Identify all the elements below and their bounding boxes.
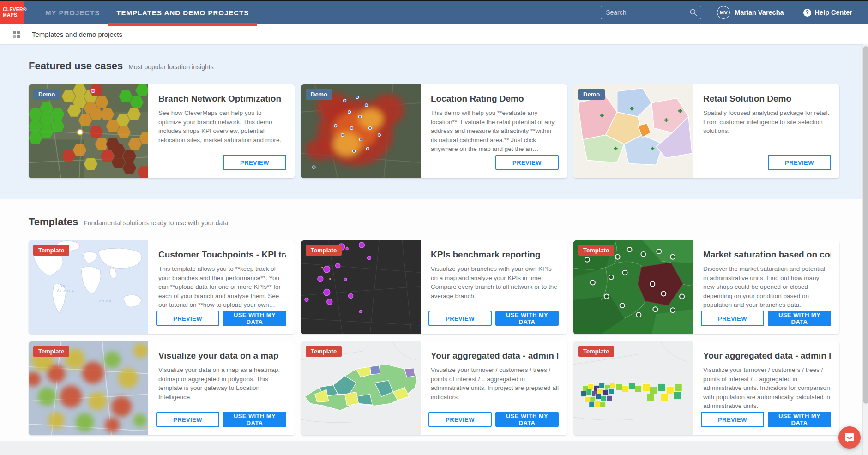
card-description: Visualize your data on a map as a heatma… (158, 365, 286, 401)
card-title: Retail Solution Demo (703, 94, 831, 104)
templates-title: Templates (29, 216, 78, 228)
avatar: MV (717, 6, 730, 19)
demo-badge: Demo (306, 89, 332, 100)
retail-solution-thumbnail[interactable]: Demo (573, 84, 693, 178)
user-name: Marian Varecha (735, 9, 784, 16)
top-nav: CLEVER® MAPS. MY PROJECTS TEMPLATES AND … (0, 1, 868, 24)
card-visualize-your-data: Template Visualize your data on a map Vi… (29, 341, 295, 435)
help-icon: ? (803, 9, 811, 17)
branch-network-thumbnail[interactable]: Demo (29, 84, 148, 178)
preview-button[interactable]: PREVIEW (495, 155, 559, 170)
card-description: Visualize your turnover / customers / tr… (703, 365, 831, 411)
card-kpis-benchmark-reporting: · Template KPIs benchmark reporting Visu… (301, 240, 567, 334)
tab-my-projects[interactable]: MY PROJECTS (37, 1, 108, 24)
card-title: Location Rating Demo (431, 94, 559, 104)
demo-badge: Demo (578, 89, 605, 100)
use-with-my-data-button[interactable]: USE WITH MY DATA (495, 311, 559, 326)
divider (29, 234, 839, 234)
user-menu[interactable]: MV Marian Varecha (717, 6, 784, 19)
card-description: Visualize your turnover / customers / tr… (431, 365, 559, 401)
card-description: This template allows you to **keep track… (158, 264, 286, 310)
use-with-my-data-button[interactable]: USE WITH MY DATA (223, 412, 286, 427)
template-badge: Template (578, 245, 614, 256)
chat-bubble-icon (844, 432, 855, 443)
card-title: Your aggregated data - admin leve… (431, 351, 559, 361)
card-description: This demo will help you **evaluate any l… (431, 108, 559, 154)
card-description: See how CleverMaps can help you to optim… (158, 108, 286, 144)
heatmap-thumbnail[interactable]: Template (29, 341, 148, 435)
help-label: Help Center (815, 9, 852, 16)
preview-button[interactable]: PREVIEW (428, 311, 492, 326)
divider (29, 78, 839, 78)
card-title: Customer Touchpoints - KPI tracki… (158, 250, 286, 260)
featured-title: Featured use cases (29, 60, 123, 72)
card-retail-solution-demo: Demo Retail Solution Demo Spatially focu… (573, 84, 839, 178)
card-market-saturation: Template Market saturation based on cond… (573, 240, 839, 334)
card-branch-network-optimization: Demo Branch Network Optimization See how… (29, 84, 295, 178)
market-saturation-thumbnail[interactable]: Template (573, 240, 693, 334)
demo-badge: Demo (33, 89, 60, 100)
templates-subtitle: Fundamental solutions ready to use with … (84, 219, 228, 227)
card-description: Discover the market saturation and poten… (703, 264, 831, 310)
card-location-rating-demo: Demo Location Rating Demo This demo will… (301, 84, 567, 178)
main-tabs: MY PROJECTS TEMPLATES AND DEMO PROJECTS (37, 1, 257, 24)
logo-line2: MAPS. (3, 12, 24, 18)
template-badge: Template (33, 245, 69, 256)
chat-button[interactable] (838, 426, 861, 449)
scrollbar-thumb[interactable] (863, 46, 868, 404)
preview-button[interactable]: PREVIEW (768, 155, 831, 170)
card-aggregated-data-admin-level-2: Template Your aggregated data - admin le… (573, 341, 839, 435)
template-badge: Template (306, 346, 342, 357)
search-input[interactable] (606, 9, 690, 16)
location-rating-thumbnail[interactable]: Demo (301, 84, 421, 178)
clevermaps-logo[interactable]: CLEVER® MAPS. (0, 1, 24, 24)
featured-subtitle: Most popular location insights (128, 63, 213, 71)
card-title: Market saturation based on condit… (703, 250, 831, 260)
preview-button[interactable]: PREVIEW (701, 311, 764, 326)
template-cards: N o r t hA t l a n t i cI n d i a n Temp… (29, 240, 839, 435)
preview-button[interactable]: PREVIEW (223, 155, 286, 170)
search-box[interactable] (601, 6, 701, 19)
use-with-my-data-button[interactable]: USE WITH MY DATA (495, 412, 559, 427)
card-aggregated-data-admin-level-1: Template Your aggregated data - admin le… (301, 341, 567, 435)
breadcrumb: Templates and demo projects (32, 30, 122, 38)
svg-text:I n d i a n: I n d i a n (97, 299, 111, 303)
templates-section: Templates Fundamental solutions ready to… (0, 199, 868, 441)
use-with-my-data-button[interactable]: USE WITH MY DATA (768, 412, 831, 427)
help-center-link[interactable]: ? Help Center (803, 9, 852, 17)
card-title: Your aggregated data - admin leve… (703, 351, 831, 361)
search-icon (690, 9, 697, 16)
kpi-benchmark-thumbnail[interactable]: · Template (301, 240, 421, 334)
preview-button[interactable]: PREVIEW (156, 412, 219, 427)
svg-text:N o r t h: N o r t h (60, 284, 72, 287)
template-badge: Template (306, 245, 342, 256)
card-customer-touchpoints: N o r t hA t l a n t i cI n d i a n Temp… (29, 240, 295, 334)
use-with-my-data-button[interactable]: USE WITH MY DATA (768, 311, 831, 326)
template-badge: Template (33, 346, 69, 357)
preview-button[interactable]: PREVIEW (428, 412, 492, 427)
preview-button[interactable]: PREVIEW (701, 412, 764, 427)
featured-use-cases-section: Featured use cases Most popular location… (0, 44, 868, 199)
choropleth-thumbnail[interactable]: Template (301, 341, 421, 435)
template-badge: Template (578, 346, 614, 357)
card-title: Branch Network Optimization (158, 94, 286, 104)
projects-grid-icon[interactable] (13, 31, 20, 38)
card-description: Spatially focused analytical package for… (703, 108, 831, 136)
svg-text:A t l a n t i c: A t l a n t i c (57, 289, 74, 292)
card-title: KPIs benchmark reporting (431, 250, 559, 260)
preview-button[interactable]: PREVIEW (156, 311, 219, 326)
fine-choropleth-thumbnail[interactable]: Template (573, 341, 693, 435)
scrollbar[interactable] (862, 44, 868, 455)
featured-cards: Demo Branch Network Optimization See how… (29, 84, 839, 178)
breadcrumb-bar: Templates and demo projects (0, 24, 868, 44)
tab-templates-and-demo-projects[interactable]: TEMPLATES AND DEMO PROJECTS (108, 1, 257, 24)
card-title: Visualize your data on a map (158, 351, 286, 361)
world-map-thumbnail[interactable]: N o r t hA t l a n t i cI n d i a n Temp… (29, 240, 148, 334)
card-description: Visualize your branches with your own KP… (431, 264, 559, 300)
use-with-my-data-button[interactable]: USE WITH MY DATA (223, 311, 286, 326)
